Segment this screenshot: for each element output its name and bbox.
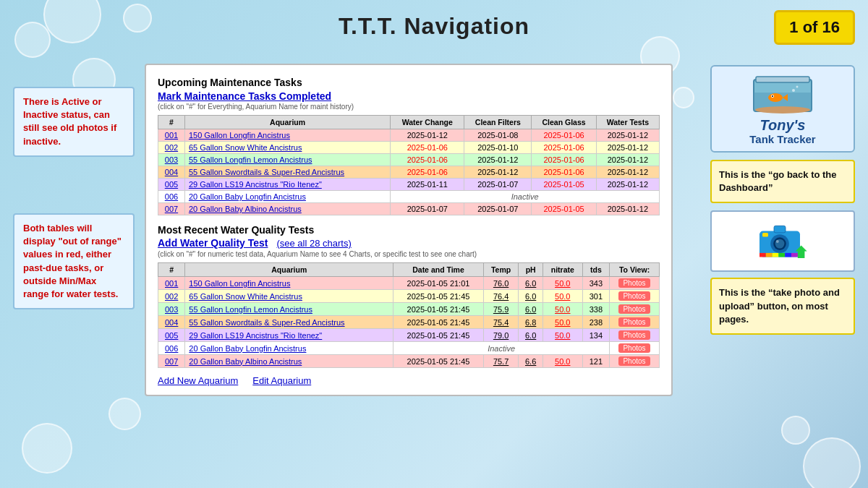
wq-row-ph[interactable]: 6.6 xyxy=(519,355,542,368)
wq-row-nitrate[interactable]: 50.0 xyxy=(542,329,582,342)
wq-row-temp[interactable]: 76.0 xyxy=(483,277,519,290)
wq-row-tds[interactable]: 238 xyxy=(582,316,609,329)
svg-point-9 xyxy=(755,106,810,114)
wq-row-datetime[interactable]: 2025-01-05 21:45 xyxy=(393,329,484,342)
table-row: 00455 Gallon Swordtails & Super-Red Anci… xyxy=(158,316,660,329)
logo-text2: Tank Tracker xyxy=(718,133,848,145)
row-tests: 2025-01-12 xyxy=(596,203,659,215)
row-glass: 2025-01-06 xyxy=(532,142,596,154)
wq-row-ph[interactable]: 6.8 xyxy=(519,316,542,329)
wq-row-tds[interactable]: 343 xyxy=(582,277,609,290)
wq-row-num[interactable]: 002 xyxy=(158,290,185,303)
wq-row-tds[interactable]: 301 xyxy=(582,290,609,303)
row-tests: 2025-01-12 xyxy=(596,166,659,179)
wq-row-datetime[interactable]: 2025-01-05 21:01 xyxy=(393,277,484,290)
charts-link[interactable]: (see all 28 charts) xyxy=(276,238,351,249)
wq-row-datetime[interactable]: 2025-01-05 21:45 xyxy=(393,316,484,329)
add-aquarium-link[interactable]: Add New Aquarium xyxy=(158,375,238,386)
wq-row-temp[interactable]: 75.9 xyxy=(483,303,519,316)
water-quality-table: # Aquarium Date and Time Temp pH nitrate… xyxy=(158,262,660,368)
svg-point-6 xyxy=(772,95,773,97)
wq-row-datetime[interactable]: 2025-01-05 21:45 xyxy=(393,303,484,316)
logo-text1: Tony's xyxy=(718,117,848,133)
wq-photos-btn[interactable]: Photos xyxy=(610,277,660,290)
wq-col-temp: Temp xyxy=(483,263,519,277)
wq-row-name[interactable]: 55 Gallon Swordtails & Super-Red Ancistr… xyxy=(185,316,393,329)
wq-row-ph[interactable]: 6.0 xyxy=(519,303,542,316)
wq-row-tds[interactable]: 121 xyxy=(582,355,609,368)
add-water-test-link[interactable]: Add Water Quality Test xyxy=(158,237,268,249)
wq-row-ph[interactable]: 6.0 xyxy=(519,290,542,303)
wq-photos-btn[interactable]: Photos xyxy=(610,290,660,303)
row-num[interactable]: 007 xyxy=(158,203,185,215)
wq-row-ph[interactable]: 6.0 xyxy=(519,329,542,342)
wq-photos-btn[interactable]: Photos xyxy=(610,316,660,329)
row-aquarium-name[interactable]: 20 Gallon Baby Longfin Ancistrus xyxy=(184,191,390,203)
wq-row-name[interactable]: 20 Gallon Baby Longfin Ancistrus xyxy=(185,342,393,355)
wq-row-ph[interactable]: 6.0 xyxy=(519,277,542,290)
wq-row-datetime[interactable]: 2025-01-05 21:45 xyxy=(393,355,484,368)
row-filters: 2025-01-12 xyxy=(464,154,532,166)
wq-row-name[interactable]: 29 Gallon LS19 Ancistrus "Rio Itenez" xyxy=(185,329,393,342)
wq-row-name[interactable]: 150 Gallon Longfin Ancistrus xyxy=(185,277,393,290)
row-water: 2025-01-11 xyxy=(391,179,464,191)
row-num[interactable]: 002 xyxy=(158,142,185,154)
wq-row-num[interactable]: 001 xyxy=(158,277,185,290)
row-num[interactable]: 001 xyxy=(158,129,185,142)
row-aquarium-name[interactable]: 55 Gallon Longfin Lemon Ancistrus xyxy=(184,154,390,166)
table-row: 001150 Gallon Longfin Ancistrus2025-01-0… xyxy=(158,277,660,290)
svg-rect-17 xyxy=(760,253,766,257)
row-aquarium-name[interactable]: 65 Gallon Snow White Ancistrus xyxy=(184,142,390,154)
wq-row-num[interactable]: 003 xyxy=(158,303,185,316)
table-row: 00355 Gallon Longfin Lemon Ancistrus2025… xyxy=(158,303,660,316)
row-aquarium-name[interactable]: 150 Gallon Longfin Ancistrus xyxy=(184,129,390,142)
col-water: Water Change xyxy=(391,116,464,129)
row-tests: 2025-01-12 xyxy=(596,142,659,154)
wq-row-tds[interactable]: 338 xyxy=(582,303,609,316)
wq-row-name[interactable]: 65 Gallon Snow White Ancistrus xyxy=(185,290,393,303)
row-aquarium-name[interactable]: 29 Gallon LS19 Ancistrus "Rio Itenez" xyxy=(184,179,390,191)
wq-row-nitrate[interactable]: 50.0 xyxy=(542,277,582,290)
edit-aquarium-link[interactable]: Edit Aquarium xyxy=(252,375,311,386)
wq-photos-btn[interactable]: Photos xyxy=(610,329,660,342)
wq-photos-btn[interactable]: Photos xyxy=(610,355,660,368)
wq-row-num[interactable]: 007 xyxy=(158,355,185,368)
row-num[interactable]: 003 xyxy=(158,154,185,166)
wq-row-temp[interactable]: 75.4 xyxy=(483,316,519,329)
wq-col-tds: tds xyxy=(582,263,609,277)
table-row: 001150 Gallon Longfin Ancistrus2025-01-1… xyxy=(158,129,660,142)
svg-point-14 xyxy=(776,240,779,243)
table-row: 00620 Gallon Baby Longfin AncistrusInact… xyxy=(158,342,660,355)
wq-row-nitrate[interactable]: 50.0 xyxy=(542,303,582,316)
wq-photos-btn[interactable]: Photos xyxy=(610,303,660,316)
wq-row-num[interactable]: 005 xyxy=(158,329,185,342)
photo-note: This is the “take photo and upload” butt… xyxy=(710,278,855,335)
svg-point-7 xyxy=(792,89,795,92)
table-row: 00355 Gallon Longfin Lemon Ancistrus2025… xyxy=(158,154,660,166)
wq-photos-btn[interactable]: Photos xyxy=(610,342,660,355)
row-num[interactable]: 005 xyxy=(158,179,185,191)
col-glass: Clean Glass xyxy=(532,116,596,129)
wq-row-num[interactable]: 004 xyxy=(158,316,185,329)
wq-row-temp[interactable]: 75.7 xyxy=(483,355,519,368)
row-num[interactable]: 004 xyxy=(158,166,185,179)
svg-rect-16 xyxy=(762,233,768,237)
wq-row-name[interactable]: 55 Gallon Longfin Lemon Ancistrus xyxy=(185,303,393,316)
wq-row-tds[interactable]: 134 xyxy=(582,329,609,342)
wq-row-temp[interactable]: 76.4 xyxy=(483,290,519,303)
row-num[interactable]: 006 xyxy=(158,191,185,203)
logo-box[interactable]: Tony's Tank Tracker xyxy=(710,65,855,153)
row-aquarium-name[interactable]: 20 Gallon Baby Albino Ancistrus xyxy=(184,203,390,215)
maintenance-title: Upcoming Maintenance Tasks xyxy=(158,77,660,88)
wq-row-nitrate[interactable]: 50.0 xyxy=(542,290,582,303)
wq-row-temp[interactable]: 79.0 xyxy=(483,329,519,342)
wq-row-num[interactable]: 006 xyxy=(158,342,185,355)
mark-complete-link[interactable]: Mark Maintenance Tasks Completed xyxy=(158,90,331,102)
camera-photo-area[interactable] xyxy=(710,210,855,272)
wq-row-name[interactable]: 20 Gallon Baby Albino Ancistrus xyxy=(185,355,393,368)
row-aquarium-name[interactable]: 55 Gallon Swordtails & Super-Red Ancistr… xyxy=(184,166,390,179)
wq-row-nitrate[interactable]: 50.0 xyxy=(542,316,582,329)
wq-row-datetime[interactable]: 2025-01-05 21:45 xyxy=(393,290,484,303)
wq-row-nitrate[interactable]: 50.0 xyxy=(542,355,582,368)
annotation-out-of-range: Both tables will display "out of range" … xyxy=(13,213,135,309)
